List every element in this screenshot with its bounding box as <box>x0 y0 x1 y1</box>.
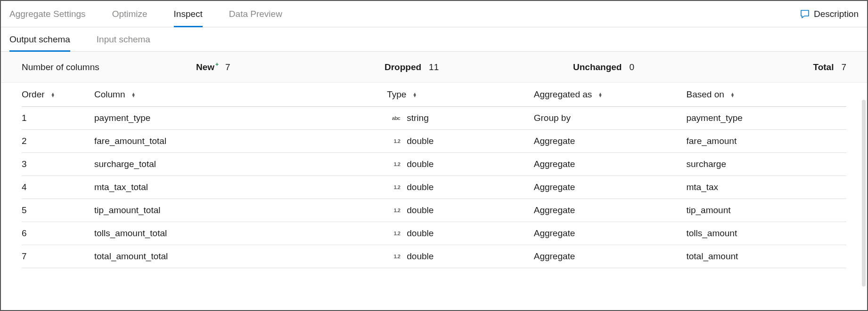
tab-output-schema[interactable]: Output schema <box>9 27 70 51</box>
summary-unchanged-label: Unchanged <box>573 62 622 72</box>
table-row[interactable]: 7total_amount_total1.2doubleAggregatetot… <box>22 245 846 268</box>
table-row[interactable]: 5tip_amount_total1.2doubleAggregatetip_a… <box>22 199 846 222</box>
cell-column: total_amount_total <box>94 245 387 268</box>
table-row[interactable]: 3surcharge_total1.2doubleAggregatesurcha… <box>22 153 846 176</box>
tab-data-preview[interactable]: Data Preview <box>229 1 282 27</box>
sort-icon: ▲▼ <box>598 93 603 97</box>
type-text: string <box>407 113 428 123</box>
summary-new-value: 7 <box>225 62 230 72</box>
secondary-tabs: Output schema Input schema <box>1 27 867 52</box>
cell-aggregated-as: Aggregate <box>534 130 687 153</box>
summary-dropped: Dropped 11 <box>385 62 573 72</box>
cell-based-on: fare_amount <box>686 130 846 153</box>
type-badge-icon: 1.2 <box>387 254 400 259</box>
cell-type: 1.2double <box>387 153 533 176</box>
cell-column: tolls_amount_total <box>94 222 387 245</box>
cell-based-on: mta_tax <box>686 176 846 199</box>
summary-dropped-label: Dropped <box>385 62 421 72</box>
header-column[interactable]: Column ▲▼ <box>94 83 387 107</box>
sort-icon: ▲▼ <box>730 93 735 97</box>
cell-based-on: payment_type <box>686 107 846 130</box>
summary-total: Total 7 <box>762 62 846 72</box>
summary-dropped-value: 11 <box>429 62 439 72</box>
cell-order: 6 <box>22 222 94 245</box>
type-badge-icon: 1.2 <box>387 161 400 167</box>
cell-aggregated-as: Aggregate <box>534 153 687 176</box>
cell-aggregated-as: Aggregate <box>534 176 687 199</box>
header-order[interactable]: Order ▲▼ <box>22 83 94 107</box>
cell-column: mta_tax_total <box>94 176 387 199</box>
summary-unchanged: Unchanged 0 <box>573 62 762 72</box>
column-summary: Number of columns New 7 Dropped 11 Uncha… <box>1 52 867 83</box>
cell-aggregated-as: Aggregate <box>534 245 687 268</box>
sort-icon: ▲▼ <box>51 93 55 97</box>
table-row[interactable]: 4mta_tax_total1.2doubleAggregatemta_tax <box>22 176 846 199</box>
cell-aggregated-as: Aggregate <box>534 199 687 222</box>
scrollbar[interactable] <box>862 100 866 287</box>
cell-type: 1.2double <box>387 245 533 268</box>
header-type[interactable]: Type ▲▼ <box>387 83 533 107</box>
table-row[interactable]: 2fare_amount_total1.2doubleAggregatefare… <box>22 130 846 153</box>
inspect-panel: Aggregate Settings Optimize Inspect Data… <box>0 0 868 311</box>
tab-optimize[interactable]: Optimize <box>112 1 147 27</box>
cell-type: 1.2double <box>387 222 533 245</box>
cell-type: abcstring <box>387 107 533 130</box>
cell-aggregated-as: Group by <box>534 107 687 130</box>
type-text: double <box>407 136 434 146</box>
header-aggregated-as[interactable]: Aggregated as ▲▼ <box>534 83 687 107</box>
summary-new: New 7 <box>196 62 385 72</box>
cell-based-on: tolls_amount <box>686 222 846 245</box>
cell-type: 1.2double <box>387 130 533 153</box>
summary-caption: Number of columns <box>22 62 196 72</box>
cell-based-on: surcharge <box>686 153 846 176</box>
cell-order: 3 <box>22 153 94 176</box>
type-text: double <box>407 182 434 192</box>
cell-type: 1.2double <box>387 199 533 222</box>
type-text: double <box>407 205 434 215</box>
primary-tabs: Aggregate Settings Optimize Inspect Data… <box>1 1 867 27</box>
tab-inspect[interactable]: Inspect <box>174 1 203 27</box>
cell-type: 1.2double <box>387 176 533 199</box>
schema-table-wrap[interactable]: Order ▲▼ Column ▲▼ Type ▲▼ Aggregated as… <box>1 83 867 310</box>
cell-column: payment_type <box>94 107 387 130</box>
cell-column: fare_amount_total <box>94 130 387 153</box>
schema-table: Order ▲▼ Column ▲▼ Type ▲▼ Aggregated as… <box>22 83 846 268</box>
summary-new-label: New <box>196 62 218 72</box>
comment-icon <box>800 9 810 19</box>
type-badge-icon: 1.2 <box>387 231 400 236</box>
cell-based-on: total_amount <box>686 245 846 268</box>
type-text: double <box>407 159 434 169</box>
type-text: double <box>407 251 434 262</box>
sort-icon: ▲▼ <box>413 93 417 97</box>
summary-unchanged-value: 0 <box>629 62 634 72</box>
cell-order: 5 <box>22 199 94 222</box>
type-badge-icon: 1.2 <box>387 184 400 190</box>
type-text: double <box>407 228 434 239</box>
cell-aggregated-as: Aggregate <box>534 222 687 245</box>
type-badge-icon: 1.2 <box>387 138 400 144</box>
tab-input-schema[interactable]: Input schema <box>97 27 150 51</box>
cell-order: 1 <box>22 107 94 130</box>
tab-aggregate-settings[interactable]: Aggregate Settings <box>9 1 86 27</box>
description-label: Description <box>814 9 859 19</box>
cell-column: surcharge_total <box>94 153 387 176</box>
type-badge-icon: abc <box>387 115 400 121</box>
cell-based-on: tip_amount <box>686 199 846 222</box>
header-based-on[interactable]: Based on ▲▼ <box>686 83 846 107</box>
type-badge-icon: 1.2 <box>387 207 400 213</box>
cell-order: 7 <box>22 245 94 268</box>
sort-icon: ▲▼ <box>131 93 136 97</box>
description-button[interactable]: Description <box>800 9 859 19</box>
cell-order: 2 <box>22 130 94 153</box>
summary-total-label: Total <box>813 62 834 72</box>
cell-column: tip_amount_total <box>94 199 387 222</box>
table-row[interactable]: 1payment_typeabcstringGroup bypayment_ty… <box>22 107 846 130</box>
table-row[interactable]: 6tolls_amount_total1.2doubleAggregatetol… <box>22 222 846 245</box>
schema-table-body: 1payment_typeabcstringGroup bypayment_ty… <box>22 107 846 268</box>
summary-total-value: 7 <box>841 62 846 72</box>
cell-order: 4 <box>22 176 94 199</box>
